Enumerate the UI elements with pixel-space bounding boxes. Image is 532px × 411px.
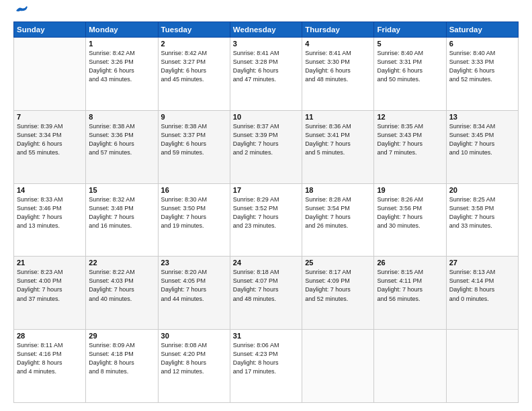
day-number: 23 bbox=[161, 259, 227, 267]
day-info: Sunrise: 8:38 AM Sunset: 3:37 PM Dayligh… bbox=[161, 122, 227, 157]
week-row-4: 21Sunrise: 8:23 AM Sunset: 4:00 PM Dayli… bbox=[14, 257, 519, 330]
day-info: Sunrise: 8:11 AM Sunset: 4:16 PM Dayligh… bbox=[17, 341, 83, 376]
day-cell: 2Sunrise: 8:42 AM Sunset: 3:27 PM Daylig… bbox=[158, 38, 230, 111]
day-number: 15 bbox=[89, 186, 154, 194]
day-number: 29 bbox=[89, 332, 154, 340]
day-number: 13 bbox=[449, 113, 515, 121]
day-info: Sunrise: 8:38 AM Sunset: 3:36 PM Dayligh… bbox=[89, 122, 154, 157]
day-cell bbox=[446, 330, 518, 403]
day-info: Sunrise: 8:34 AM Sunset: 3:45 PM Dayligh… bbox=[449, 122, 515, 157]
day-number: 10 bbox=[233, 113, 299, 121]
day-number: 19 bbox=[377, 186, 443, 194]
day-cell: 16Sunrise: 8:30 AM Sunset: 3:50 PM Dayli… bbox=[158, 183, 230, 257]
day-info: Sunrise: 8:39 AM Sunset: 3:34 PM Dayligh… bbox=[17, 122, 83, 157]
day-cell bbox=[14, 38, 86, 111]
day-info: Sunrise: 8:40 AM Sunset: 3:31 PM Dayligh… bbox=[377, 49, 443, 84]
day-cell: 3Sunrise: 8:41 AM Sunset: 3:28 PM Daylig… bbox=[230, 38, 302, 111]
day-info: Sunrise: 8:40 AM Sunset: 3:33 PM Dayligh… bbox=[449, 49, 515, 84]
day-cell: 23Sunrise: 8:20 AM Sunset: 4:05 PM Dayli… bbox=[158, 257, 230, 330]
calendar-header: SundayMondayTuesdayWednesdayThursdayFrid… bbox=[14, 22, 519, 38]
day-number: 1 bbox=[89, 40, 154, 48]
day-cell: 30Sunrise: 8:08 AM Sunset: 4:20 PM Dayli… bbox=[158, 330, 230, 403]
day-number: 22 bbox=[89, 259, 154, 267]
day-number: 31 bbox=[233, 332, 299, 340]
col-header-tuesday: Tuesday bbox=[158, 22, 230, 38]
day-info: Sunrise: 8:17 AM Sunset: 4:09 PM Dayligh… bbox=[305, 268, 371, 303]
day-number: 17 bbox=[233, 186, 299, 194]
day-cell: 13Sunrise: 8:34 AM Sunset: 3:45 PM Dayli… bbox=[446, 110, 518, 183]
day-info: Sunrise: 8:36 AM Sunset: 3:41 PM Dayligh… bbox=[305, 122, 371, 157]
day-cell: 8Sunrise: 8:38 AM Sunset: 3:36 PM Daylig… bbox=[86, 110, 158, 183]
day-number: 6 bbox=[449, 40, 515, 48]
header-row: SundayMondayTuesdayWednesdayThursdayFrid… bbox=[14, 22, 519, 38]
col-header-friday: Friday bbox=[374, 22, 446, 38]
day-info: Sunrise: 8:15 AM Sunset: 4:11 PM Dayligh… bbox=[377, 268, 443, 303]
day-cell: 22Sunrise: 8:22 AM Sunset: 4:03 PM Dayli… bbox=[86, 257, 158, 330]
day-cell: 27Sunrise: 8:13 AM Sunset: 4:14 PM Dayli… bbox=[446, 257, 518, 330]
day-cell: 29Sunrise: 8:09 AM Sunset: 4:18 PM Dayli… bbox=[86, 330, 158, 403]
week-row-2: 7Sunrise: 8:39 AM Sunset: 3:34 PM Daylig… bbox=[14, 110, 519, 183]
calendar-body: 1Sunrise: 8:42 AM Sunset: 3:26 PM Daylig… bbox=[14, 38, 519, 403]
day-info: Sunrise: 8:25 AM Sunset: 3:58 PM Dayligh… bbox=[449, 195, 515, 230]
week-row-5: 28Sunrise: 8:11 AM Sunset: 4:16 PM Dayli… bbox=[14, 330, 519, 403]
day-cell: 28Sunrise: 8:11 AM Sunset: 4:16 PM Dayli… bbox=[14, 330, 86, 403]
day-number: 27 bbox=[449, 259, 515, 267]
day-info: Sunrise: 8:29 AM Sunset: 3:52 PM Dayligh… bbox=[233, 195, 299, 230]
day-cell: 11Sunrise: 8:36 AM Sunset: 3:41 PM Dayli… bbox=[302, 110, 374, 183]
day-info: Sunrise: 8:42 AM Sunset: 3:27 PM Dayligh… bbox=[161, 49, 227, 84]
day-number: 4 bbox=[305, 40, 371, 48]
day-number: 8 bbox=[89, 113, 154, 121]
day-cell: 21Sunrise: 8:23 AM Sunset: 4:00 PM Dayli… bbox=[14, 257, 86, 330]
day-cell: 17Sunrise: 8:29 AM Sunset: 3:52 PM Dayli… bbox=[230, 183, 302, 257]
col-header-thursday: Thursday bbox=[302, 22, 374, 38]
day-cell: 9Sunrise: 8:38 AM Sunset: 3:37 PM Daylig… bbox=[158, 110, 230, 183]
day-cell: 10Sunrise: 8:37 AM Sunset: 3:39 PM Dayli… bbox=[230, 110, 302, 183]
day-info: Sunrise: 8:20 AM Sunset: 4:05 PM Dayligh… bbox=[161, 268, 227, 303]
day-cell: 6Sunrise: 8:40 AM Sunset: 3:33 PM Daylig… bbox=[446, 38, 518, 111]
day-number: 7 bbox=[17, 113, 83, 121]
day-number: 28 bbox=[17, 332, 83, 340]
day-cell bbox=[374, 330, 446, 403]
day-info: Sunrise: 8:26 AM Sunset: 3:56 PM Dayligh… bbox=[377, 195, 443, 230]
day-info: Sunrise: 8:23 AM Sunset: 4:00 PM Dayligh… bbox=[17, 268, 83, 303]
day-info: Sunrise: 8:28 AM Sunset: 3:54 PM Dayligh… bbox=[305, 195, 371, 230]
day-cell: 18Sunrise: 8:28 AM Sunset: 3:54 PM Dayli… bbox=[302, 183, 374, 257]
day-cell: 12Sunrise: 8:35 AM Sunset: 3:43 PM Dayli… bbox=[374, 110, 446, 183]
logo bbox=[13, 11, 30, 16]
day-number: 24 bbox=[233, 259, 299, 267]
day-info: Sunrise: 8:37 AM Sunset: 3:39 PM Dayligh… bbox=[233, 122, 299, 157]
day-cell: 24Sunrise: 8:18 AM Sunset: 4:07 PM Dayli… bbox=[230, 257, 302, 330]
day-cell: 5Sunrise: 8:40 AM Sunset: 3:31 PM Daylig… bbox=[374, 38, 446, 111]
week-row-3: 14Sunrise: 8:33 AM Sunset: 3:46 PM Dayli… bbox=[14, 183, 519, 257]
day-info: Sunrise: 8:41 AM Sunset: 3:28 PM Dayligh… bbox=[233, 49, 299, 84]
day-info: Sunrise: 8:09 AM Sunset: 4:18 PM Dayligh… bbox=[89, 341, 154, 376]
day-info: Sunrise: 8:30 AM Sunset: 3:50 PM Dayligh… bbox=[161, 195, 227, 230]
day-cell: 1Sunrise: 8:42 AM Sunset: 3:26 PM Daylig… bbox=[86, 38, 158, 111]
week-row-1: 1Sunrise: 8:42 AM Sunset: 3:26 PM Daylig… bbox=[14, 38, 519, 111]
calendar-table: SundayMondayTuesdayWednesdayThursdayFrid… bbox=[13, 21, 519, 403]
day-cell: 25Sunrise: 8:17 AM Sunset: 4:09 PM Dayli… bbox=[302, 257, 374, 330]
day-info: Sunrise: 8:32 AM Sunset: 3:48 PM Dayligh… bbox=[89, 195, 154, 230]
day-number: 11 bbox=[305, 113, 371, 121]
day-number: 25 bbox=[305, 259, 371, 267]
col-header-wednesday: Wednesday bbox=[230, 22, 302, 38]
day-info: Sunrise: 8:13 AM Sunset: 4:14 PM Dayligh… bbox=[449, 268, 515, 303]
day-info: Sunrise: 8:18 AM Sunset: 4:07 PM Dayligh… bbox=[233, 268, 299, 303]
col-header-saturday: Saturday bbox=[446, 22, 518, 38]
day-number: 16 bbox=[161, 186, 227, 194]
day-info: Sunrise: 8:08 AM Sunset: 4:20 PM Dayligh… bbox=[161, 341, 227, 376]
day-number: 20 bbox=[449, 186, 515, 194]
day-number: 9 bbox=[161, 113, 227, 121]
col-header-sunday: Sunday bbox=[14, 22, 86, 38]
calendar-page: SundayMondayTuesdayWednesdayThursdayFrid… bbox=[0, 0, 532, 411]
day-cell: 14Sunrise: 8:33 AM Sunset: 3:46 PM Dayli… bbox=[14, 183, 86, 257]
day-number: 21 bbox=[17, 259, 83, 267]
logo-bird-icon bbox=[15, 5, 30, 16]
day-cell: 20Sunrise: 8:25 AM Sunset: 3:58 PM Dayli… bbox=[446, 183, 518, 257]
col-header-monday: Monday bbox=[86, 22, 158, 38]
day-cell: 7Sunrise: 8:39 AM Sunset: 3:34 PM Daylig… bbox=[14, 110, 86, 183]
day-cell: 19Sunrise: 8:26 AM Sunset: 3:56 PM Dayli… bbox=[374, 183, 446, 257]
day-cell: 26Sunrise: 8:15 AM Sunset: 4:11 PM Dayli… bbox=[374, 257, 446, 330]
header bbox=[13, 11, 519, 16]
day-number: 30 bbox=[161, 332, 227, 340]
